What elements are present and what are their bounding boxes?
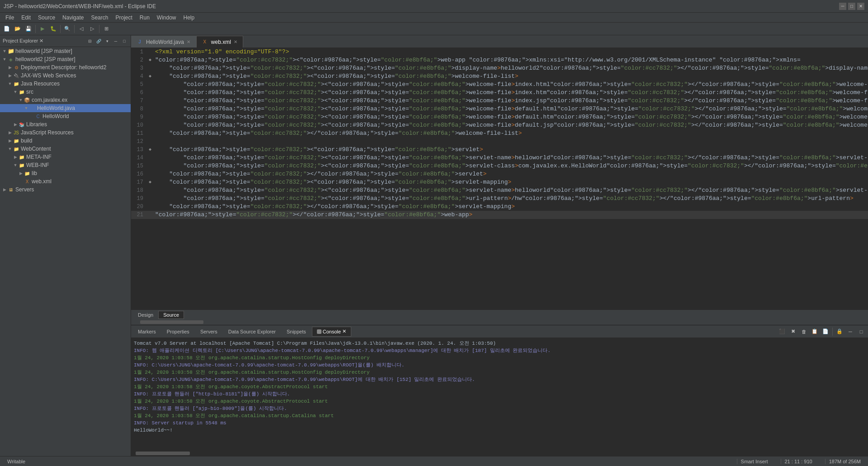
console-remove-button[interactable]: ✖ [788,327,798,337]
sidebar-item-helloworld2[interactable]: ▼ ◈ helloworld2 [JSP master] [0,55,131,63]
status-memory[interactable]: 187M of 256M [825,459,864,464]
run-button[interactable]: ▶ [38,24,47,34]
scrollbar-thumb[interactable] [140,320,203,324]
sidebar-item-helloworld-java[interactable]: ▼ J HelloWorld.java [0,104,131,112]
collapse-all-button[interactable]: ⊟ [86,38,94,45]
code-line[interactable]: 3 "color:#9876aa;">style="color:#cc7832;… [131,64,868,72]
menu-project[interactable]: Project [112,14,136,22]
console-maximize-button[interactable]: □ [856,327,866,337]
sidebar-item-helloworld-class[interactable]: C HelloWorld [0,112,131,120]
console-copy-button[interactable]: 📋 [810,327,820,337]
sidebar-item-build[interactable]: ▶ 📁 build [0,137,131,145]
code-line[interactable]: 19 "color:#9876aa;">style="color:#cc7832… [131,195,868,203]
design-tab[interactable]: Design [133,311,158,319]
bottom-tab-servers[interactable]: Servers [195,327,222,337]
sidebar-item-web-inf[interactable]: ▼ 📁 WEB-INF [0,161,131,169]
menu-navigate[interactable]: Navigate [59,14,87,22]
code-line[interactable]: 16 "color:#9876aa;">style="color:#cc7832… [131,170,868,178]
line-indicator: ◆ [147,178,153,186]
bottom-tab-snippets[interactable]: Snippets [282,327,311,337]
minimize-sidebar-button[interactable]: ─ [112,38,119,45]
console-paste-button[interactable]: 📄 [821,327,830,337]
menu-help[interactable]: Help [180,14,198,22]
code-line[interactable]: 17◆ "color:#9876aa;">style="color:#cc783… [131,178,868,186]
code-line[interactable]: 1<?xml version="1.0" encoding="UTF-8"?> [131,48,868,56]
maximize-button[interactable]: □ [848,3,855,10]
minimize-button[interactable]: ─ [839,3,846,10]
bottom-tab-markers[interactable]: Markers [133,327,161,337]
code-line[interactable]: 11 "color:#9876aa;">style="color:#cc7832… [131,129,868,138]
sidebar-item-js-resources[interactable]: ▶ JS JavaScript Resources [0,128,131,137]
code-line[interactable]: 7 "color:#9876aa;">style="color:#cc7832;… [131,97,868,105]
code-line[interactable]: 20 "color:#9876aa;">style="color:#cc7832… [131,203,868,211]
sidebar-item-meta-inf[interactable]: ▶ 📁 META-INF [0,153,131,161]
code-line[interactable]: 13◆ "color:#9876aa;">style="color:#cc783… [131,146,868,154]
menu-source[interactable]: Source [34,14,59,22]
sidebar-item-label: Servers [15,186,34,193]
editor-scrollbar-h[interactable] [131,319,868,325]
toolbar: 📄 📂 💾 ▶ 🐛 🔍 ◁ ▷ ⊞ [0,23,868,35]
close-button[interactable]: ✕ [857,3,864,10]
tab-web-xml[interactable]: X web.xml ✕ [196,36,243,48]
next-button[interactable]: ▷ [87,24,97,34]
menu-window[interactable]: Window [153,14,180,22]
console-scrollbar-thumb[interactable] [136,452,190,455]
open-button[interactable]: 📂 [13,24,23,34]
xml-icon: X [24,178,31,185]
sidebar-item-helloworld[interactable]: ▼ 📁 helloworld [JSP master] [0,47,131,55]
menu-run[interactable]: Run [136,14,153,22]
console-clear-button[interactable]: 🗑 [799,327,809,337]
maximize-sidebar-button[interactable]: □ [121,38,128,45]
link-editor-button[interactable]: 🔗 [95,38,102,45]
code-line[interactable]: 8 "color:#9876aa;">style="color:#cc7832;… [131,105,868,113]
line-content: "color:#9876aa;">style="color:#cc7832;">… [153,162,868,170]
line-content: <?xml version="1.0" encoding="UTF-8"?> [153,48,868,56]
debug-button[interactable]: 🐛 [48,24,58,34]
code-line[interactable]: 12 [131,138,868,146]
sidebar-item-java-resources[interactable]: ▼ 📁 Java Resources [0,80,131,88]
code-line[interactable]: 15 "color:#9876aa;">style="color:#cc7832… [131,162,868,170]
menu-search[interactable]: Search [87,14,112,22]
sidebar-item-web-xml[interactable]: X web.xml [0,177,131,185]
code-line[interactable]: 18 "color:#9876aa;">style="color:#cc7832… [131,186,868,195]
sidebar-item-jaxws[interactable]: ▶ 🔌 JAX-WS Web Services [0,71,131,80]
code-line[interactable]: 14 "color:#9876aa;">style="color:#cc7832… [131,154,868,162]
sidebar-item-libraries[interactable]: ▶ 📚 Libraries [0,120,131,128]
bottom-tab-properties[interactable]: Properties [162,327,194,337]
bottom-tab-datasource[interactable]: Data Source Explorer [223,327,281,337]
save-button[interactable]: 💾 [24,24,33,34]
memory-label: 187M of 256M [829,459,861,464]
console-scrollbar-h[interactable] [131,451,868,456]
sidebar-item-src[interactable]: ▼ 📁 src [0,88,131,96]
code-line[interactable]: 10 "color:#9876aa;">style="color:#cc7832… [131,121,868,129]
console-tab-close[interactable]: ✕ [342,328,346,334]
code-line[interactable]: 6 "color:#9876aa;">style="color:#cc7832;… [131,89,868,97]
bottom-tab-console[interactable]: Console ✕ [312,327,351,337]
sidebar-item-deployment[interactable]: ▶ ⚙ Deployment Descriptor: helloworld2 [0,63,131,71]
sidebar-item-label: src [26,89,33,95]
sidebar-menu-button[interactable]: ▾ [104,38,111,45]
perspective-button[interactable]: ⊞ [101,24,111,34]
tab-close-button[interactable]: ✕ [186,39,191,44]
code-line[interactable]: 5 "color:#9876aa;">style="color:#cc7832;… [131,81,868,89]
prev-button[interactable]: ◁ [76,24,86,34]
code-line[interactable]: 2◆"color:#9876aa;">style="color:#cc7832;… [131,56,868,64]
code-line[interactable]: 21"color:#9876aa;">style="color:#cc7832;… [131,211,868,219]
new-button[interactable]: 📄 [2,24,12,34]
source-tab[interactable]: Source [158,311,184,319]
tab-helloworld-java[interactable]: J HelloWorld.java ✕ [131,36,196,48]
console-minimize-button[interactable]: ─ [845,327,855,337]
menu-edit[interactable]: Edit [18,14,34,22]
sidebar-item-package[interactable]: ▼ 📦 com.javalex.ex [0,96,131,104]
sidebar-item-webcontent[interactable]: ▼ 📁 WebContent [0,145,131,153]
sidebar-item-lib[interactable]: ▶ 📁 lib [0,169,131,177]
sidebar-item-servers[interactable]: ▶ 🖥 Servers [0,185,131,194]
console-scroll-lock-button[interactable]: 🔒 [835,327,844,337]
console-stop-button[interactable]: ⬛ [777,327,787,337]
search-button[interactable]: 🔍 [62,24,72,34]
code-line[interactable]: 4◆ "color:#9876aa;">style="color:#cc7832… [131,72,868,81]
tab-close-button[interactable]: ✕ [233,39,238,44]
code-editor[interactable]: 1<?xml version="1.0" encoding="UTF-8"?>2… [131,48,868,309]
code-line[interactable]: 9 "color:#9876aa;">style="color:#cc7832;… [131,113,868,121]
menu-file[interactable]: File [2,14,18,22]
